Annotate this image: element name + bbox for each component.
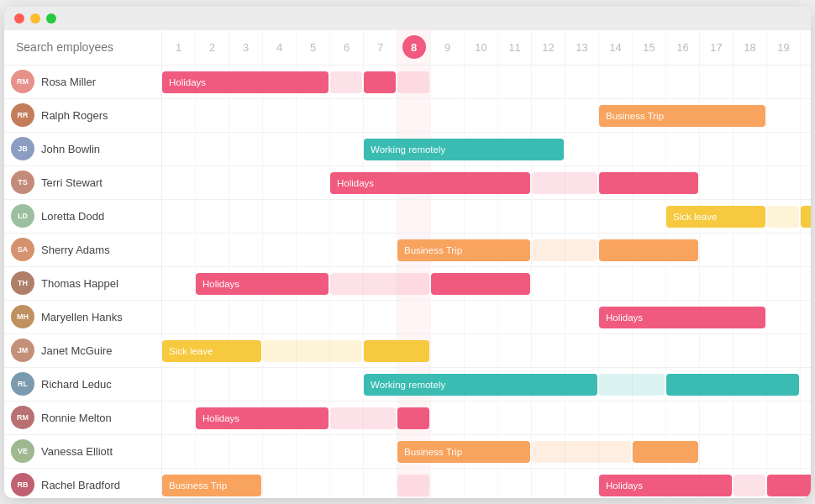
search-area[interactable]	[4, 30, 162, 65]
day-cell-7	[364, 200, 397, 233]
day-cell-4	[263, 99, 297, 132]
day-cell-4	[263, 334, 297, 367]
day-cell-15	[633, 334, 666, 367]
day-cell-4	[263, 166, 297, 199]
day-cell-11	[498, 301, 532, 333]
day-header-8: 8	[397, 30, 431, 65]
day-cell-13	[565, 166, 599, 199]
day-cell-10	[465, 402, 498, 434]
day-cell-14	[599, 368, 633, 401]
day-cell-2	[196, 234, 229, 266]
avatar: RM	[11, 70, 34, 93]
table-row: TSTerri StewartHolidays	[4, 166, 811, 200]
app-window: 1234567891011121314151617181920 RMRosa M…	[4, 7, 811, 498]
day-cell-19	[767, 234, 801, 266]
day-cell-17	[700, 200, 734, 233]
day-cell-12	[532, 334, 565, 367]
day-cell-1	[162, 334, 196, 367]
day-cell-17	[700, 66, 734, 98]
avatar: JM	[11, 339, 34, 362]
days-cells: Holidays	[162, 301, 811, 333]
day-cell-16	[666, 99, 700, 132]
day-cell-6	[330, 368, 364, 401]
day-header-10: 10	[465, 30, 498, 65]
avatar: JB	[11, 137, 34, 160]
day-cell-10	[465, 469, 498, 498]
table-row: RRRalph RogersBusiness Trip	[4, 99, 811, 133]
day-cell-2	[196, 267, 229, 300]
day-cell-10	[465, 99, 498, 132]
day-cell-3	[229, 234, 263, 266]
day-cell-15	[633, 435, 666, 468]
day-cell-4	[263, 301, 297, 333]
day-cell-1	[162, 301, 196, 333]
day-cell-6	[330, 234, 364, 266]
day-cell-3	[229, 267, 263, 300]
name-cell: SASherry Adams	[4, 234, 162, 266]
day-cell-3	[229, 133, 263, 165]
day-cell-18	[734, 66, 767, 98]
day-cell-16	[666, 200, 700, 233]
day-cell-11	[498, 334, 532, 367]
days-cells: Holidays	[162, 66, 811, 98]
day-cell-11	[498, 99, 532, 132]
day-cell-9	[431, 166, 465, 199]
day-cell-11	[498, 469, 532, 498]
close-button[interactable]	[14, 13, 24, 24]
day-cell-20	[801, 301, 811, 333]
day-cell-14	[599, 200, 633, 233]
day-cell-13	[565, 301, 599, 333]
day-cell-6	[330, 267, 364, 300]
day-cell-7	[364, 368, 397, 401]
day-cell-3	[229, 200, 263, 233]
day-cell-12	[532, 402, 565, 434]
search-input[interactable]	[14, 30, 151, 65]
day-cell-16	[666, 301, 700, 333]
day-cell-12	[532, 166, 565, 199]
day-cell-6	[330, 301, 364, 333]
day-cell-6	[330, 99, 364, 132]
day-cell-3	[229, 435, 263, 468]
day-cell-4	[263, 368, 297, 401]
day-cell-4	[263, 469, 297, 498]
day-cell-5	[297, 368, 330, 401]
day-cell-8	[397, 469, 431, 498]
day-header-1: 1	[162, 30, 196, 65]
days-cells: Holidays	[162, 267, 811, 300]
day-cell-15	[633, 469, 666, 498]
day-cell-8	[397, 66, 431, 98]
day-cell-16	[666, 267, 700, 300]
day-cell-9	[431, 99, 465, 132]
day-cell-6	[330, 402, 364, 434]
table-row: SASherry AdamsBusiness Trip	[4, 234, 811, 267]
employee-name: Maryellen Hanks	[41, 311, 123, 323]
day-cell-14	[599, 99, 633, 132]
day-cell-4	[263, 267, 297, 300]
days-cells: Business Trip	[162, 234, 811, 266]
day-cell-15	[633, 301, 666, 333]
day-cell-6	[330, 200, 364, 233]
employee-name: Rachel Bradford	[41, 479, 120, 491]
day-cell-12	[532, 435, 565, 468]
minimize-button[interactable]	[30, 13, 40, 24]
day-cell-9	[431, 66, 465, 98]
day-cell-14	[599, 133, 633, 165]
day-cell-7	[364, 301, 397, 333]
day-cell-17	[700, 368, 734, 401]
day-cell-19	[767, 402, 801, 434]
day-cell-18	[734, 99, 767, 132]
day-cell-14	[599, 469, 633, 498]
day-cell-2	[196, 200, 229, 233]
day-cell-3	[229, 368, 263, 401]
day-cell-5	[297, 301, 330, 333]
table-row: JBJohn BowlinWorking remotely	[4, 133, 811, 166]
day-cell-5	[297, 267, 330, 300]
day-cell-20	[801, 368, 811, 401]
day-cell-20	[801, 435, 811, 468]
day-cell-4	[263, 435, 297, 468]
day-cell-10	[465, 200, 498, 233]
day-cell-15	[633, 234, 666, 266]
day-cell-5	[297, 469, 330, 498]
day-cell-11	[498, 66, 532, 98]
maximize-button[interactable]	[46, 13, 56, 24]
